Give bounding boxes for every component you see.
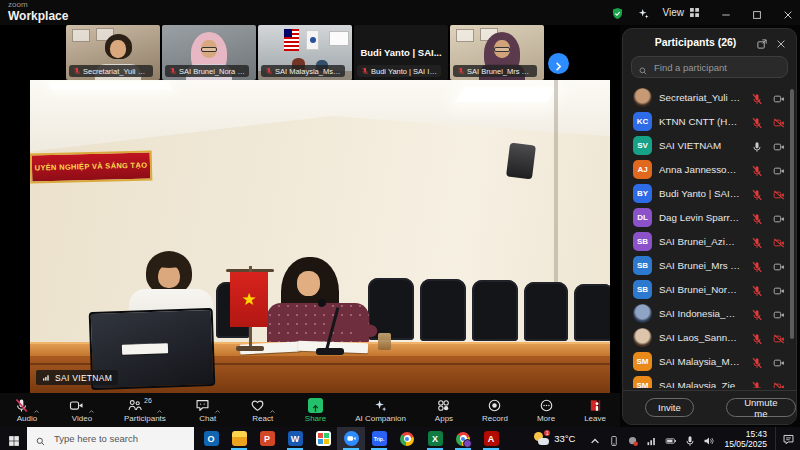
participant-name: Anna Jannesson, Swedish NAO <box>659 164 741 175</box>
toolbar-leave-button[interactable]: Leave <box>584 397 606 423</box>
chevron-up-icon[interactable] <box>156 401 163 408</box>
taskbar-search-input[interactable] <box>52 432 186 445</box>
powerpoint-icon: P <box>260 431 275 446</box>
toolbar-label: Chat <box>199 414 216 423</box>
participant-row[interactable]: SVSAI VIETNAM <box>623 133 791 157</box>
chevron-up-icon[interactable] <box>589 433 601 445</box>
taskbar-app-word[interactable]: W <box>281 427 309 450</box>
invite-button[interactable]: Invite <box>645 398 694 417</box>
toolbar-label: Leave <box>584 414 606 423</box>
participant-search-input[interactable] <box>652 61 781 74</box>
toolbar-more-button[interactable]: More <box>537 397 555 423</box>
next-videos-button[interactable] <box>548 53 569 74</box>
close-panel-icon[interactable] <box>775 36 787 48</box>
close-button[interactable] <box>782 7 794 19</box>
office-chair <box>420 279 466 341</box>
taskbar-app-powerpoint[interactable]: P <box>253 427 281 450</box>
toolbar-video-button[interactable]: Video <box>69 397 95 423</box>
participant-search-box <box>631 56 788 78</box>
toolbar-label: Share <box>305 414 326 423</box>
taskbar-app-excel[interactable]: X <box>421 427 449 450</box>
mic-muted-icon <box>361 67 369 75</box>
chevron-up-icon[interactable] <box>33 401 40 408</box>
toolbar-audio-button[interactable]: Audio <box>14 397 40 423</box>
taskbar-app-chrome-profile[interactable] <box>449 427 477 450</box>
start-button[interactable] <box>0 427 27 450</box>
toolbar-label: React <box>252 414 273 423</box>
participant-row[interactable]: BYBudi Yanto | SAI Indonesia <box>623 181 791 205</box>
popout-panel-icon[interactable] <box>756 36 768 48</box>
video-tile[interactable]: Budi Yanto | SAI...Budi Yanto | SAI Indo… <box>354 25 448 80</box>
participant-row[interactable]: SAI Indonesia_Windawaty Pang... <box>623 301 791 325</box>
taskbar-app-acrobat[interactable]: A <box>477 427 505 450</box>
chrome-icon <box>400 432 414 446</box>
toolbar-apps-button[interactable]: Apps <box>435 397 453 423</box>
participant-name: Budi Yanto | SAI Indo... <box>371 67 437 76</box>
chevron-up-icon[interactable] <box>214 401 221 408</box>
maximize-button[interactable] <box>751 7 763 19</box>
speaker-icon[interactable] <box>703 433 715 445</box>
search-icon <box>638 62 648 72</box>
sync-icon[interactable] <box>627 433 639 445</box>
taskbar-app-trip[interactable]: Trip. <box>365 427 393 450</box>
mic-muted-icon <box>751 331 763 343</box>
mic-muted-icon <box>751 283 763 295</box>
security-shield-icon[interactable] <box>611 6 624 19</box>
toolbar-share-button[interactable]: Share <box>305 397 326 423</box>
device-icon[interactable] <box>608 433 620 445</box>
glasses <box>201 47 217 52</box>
participant-row[interactable]: SBSAI Brunei_Mrs Fatimah Tajudin <box>623 253 791 277</box>
taskbar-app-store[interactable] <box>309 427 337 450</box>
taskbar-app-outlook[interactable]: O <box>197 427 225 450</box>
view-grid-icon <box>688 6 701 19</box>
mic-muted-icon <box>751 211 763 223</box>
toolbar-record-button[interactable]: Record <box>482 397 508 423</box>
participant-row[interactable]: DLDag Levin Sparr, Swedish NAO <box>623 205 791 229</box>
signal-icon[interactable] <box>646 433 658 445</box>
participant-row[interactable]: SAI Laos_Sannaly Tayxayavong <box>623 325 791 349</box>
participant-row[interactable]: AJAnna Jannesson, Swedish NAO <box>623 157 791 181</box>
participant-name: SAI Brunei_Mrs Fatim... <box>467 67 533 76</box>
chevron-up-icon[interactable] <box>88 401 95 408</box>
participant-row[interactable]: SMSAI Malaysia_Ms. Hema <box>623 349 791 373</box>
participant-row[interactable]: SBSAI Brunei_Azimah <box>623 229 791 253</box>
mic-muted-icon <box>751 91 763 103</box>
participant-row[interactable]: KCKTNN CNTT (Host) <box>623 109 791 133</box>
taskbar-clock[interactable]: 15:43 15/05/2025 <box>724 429 767 449</box>
mic-icon[interactable] <box>684 433 696 445</box>
participant-name-tag: SAI Malaysia_Ms. He... <box>261 65 345 77</box>
toolbar-chat-button[interactable]: Chat <box>195 397 221 423</box>
minimize-button[interactable] <box>720 7 732 19</box>
toolbar-react-button[interactable]: React <box>250 397 276 423</box>
presenter-right-face <box>297 271 320 296</box>
avatar: SM <box>633 352 652 371</box>
participant-row[interactable]: SMSAI Malaysia_Zie <box>623 373 791 388</box>
camera-on-icon <box>773 139 785 151</box>
notification-center-button[interactable] <box>775 427 800 450</box>
white-flag <box>306 30 319 50</box>
video-tile[interactable]: SAI Brunei_Mrs Fatim... <box>450 25 544 80</box>
battery-icon[interactable] <box>665 433 677 445</box>
taskbar-app-zoom[interactable] <box>337 427 365 450</box>
taskbar-app-explorer[interactable] <box>225 427 253 450</box>
video-tile[interactable]: SAI Brunei_Nora Jahali <box>162 25 256 80</box>
participant-row[interactable]: SBSAI Brunei_Nora Jahali <box>623 277 791 301</box>
mic-muted-icon <box>751 187 763 199</box>
video-tile[interactable]: SAI Malaysia_Ms. He... <box>258 25 352 80</box>
share-icon <box>308 398 323 413</box>
toolbar-ai-companion-button[interactable]: AI Companion <box>355 397 406 423</box>
mic-on-icon <box>751 139 763 151</box>
unmute-me-button[interactable]: Unmute me <box>726 398 796 417</box>
chevron-up-icon[interactable] <box>269 401 276 408</box>
taskbar-app-chrome[interactable] <box>393 427 421 450</box>
video-tile[interactable]: Secretariat_Yuli Puspit... <box>66 25 160 80</box>
weather-widget[interactable]: 1 33°C <box>534 431 575 446</box>
view-button[interactable]: View <box>663 6 702 19</box>
toolbar-participants-button[interactable]: 26Participants <box>124 397 166 423</box>
notification-icon <box>782 432 795 445</box>
wall-banner: UYÊN NGHIỆP VÀ SÁNG TẠO <box>30 150 152 183</box>
main-speaker-video[interactable]: UYÊN NGHIỆP VÀ SÁNG TẠO ★ <box>30 80 610 393</box>
participant-row[interactable]: Secretariat_Yuli Puspitasari (Me) <box>623 85 791 109</box>
ai-companion-icon[interactable] <box>637 6 650 19</box>
scrollbar-thumb[interactable] <box>790 89 794 339</box>
